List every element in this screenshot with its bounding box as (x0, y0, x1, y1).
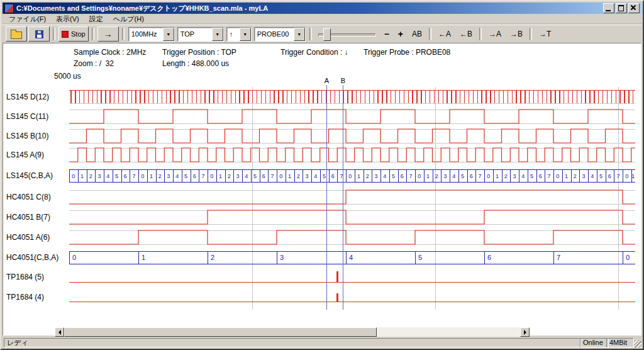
sample-clock-value: 100MHz (129, 28, 163, 41)
maximize-icon (618, 5, 624, 11)
status-message: レディ (4, 338, 581, 347)
length-info: Length : 488.000 us (162, 59, 229, 68)
toolbar-separator (479, 28, 482, 40)
status-bar: レディ Online 4MBit (3, 337, 641, 347)
toolbar-separator (429, 28, 431, 40)
sample-clock-select[interactable]: 100MHz ▼ (128, 27, 175, 42)
stop-label: Stop (71, 30, 86, 38)
trigger-condition-info: Trigger Condition : ↓ (280, 48, 348, 57)
scrollbar-thumb[interactable] (64, 327, 377, 337)
trigger-position-select[interactable]: TOP ▼ (177, 27, 224, 42)
zoom-slider-thumb[interactable] (323, 28, 331, 41)
save-icon (35, 30, 43, 38)
trigger-edge-value: ↑ (227, 28, 240, 41)
window-title: C:¥Documents and Settings¥noname¥デスクトップ¥… (16, 4, 602, 13)
menu-bar: ファイル(F)表示(V)設定ヘルプ(H) (3, 14, 641, 25)
toolbar-separator (53, 28, 55, 40)
toolbar-separator (530, 28, 532, 40)
zoom-in-button[interactable]: + (394, 26, 407, 42)
horizontal-scrollbar[interactable] (55, 327, 530, 337)
run-button[interactable]: → (97, 26, 119, 42)
open-button[interactable] (6, 26, 27, 42)
goto-a-right-button[interactable]: →A (485, 26, 505, 42)
scroll-left-button[interactable] (55, 327, 64, 337)
ab-cursor-button[interactable]: AB (408, 26, 426, 42)
resize-grip[interactable] (634, 340, 641, 347)
save-button[interactable] (28, 26, 50, 42)
zoom-slider[interactable] (317, 27, 377, 41)
chevron-down-icon[interactable]: ▼ (163, 28, 174, 41)
open-folder-icon (11, 31, 22, 39)
scroll-right-button[interactable] (520, 327, 530, 337)
stop-button[interactable]: Stop (58, 26, 89, 42)
stop-icon (62, 31, 69, 38)
close-button[interactable] (628, 3, 640, 13)
waveform-client-area (3, 43, 641, 336)
menu-item[interactable]: ファイル(F) (4, 13, 51, 25)
title-bar[interactable]: C:¥Documents and Settings¥noname¥デスクトップ¥… (3, 3, 641, 14)
trigger-position-value: TOP (178, 28, 212, 41)
goto-b-right-button[interactable]: →B (506, 26, 526, 42)
time-scale-label: 5000 us (54, 72, 81, 81)
goto-trigger-button[interactable]: →T (535, 26, 555, 42)
goto-b-left-button[interactable]: ←B (456, 26, 476, 42)
status-online: Online (580, 338, 609, 347)
app-icon (4, 4, 14, 13)
sample-clock-info: Sample Clock : 2MHz (74, 48, 146, 57)
maximize-button[interactable] (616, 3, 627, 13)
probe-value: PROBE00 (255, 28, 294, 41)
zoom-out-button[interactable]: − (380, 26, 393, 42)
goto-a-left-button[interactable]: ←A (435, 26, 455, 42)
app-window: C:¥Documents and Settings¥noname¥デスクトップ¥… (0, 0, 644, 350)
minimize-button[interactable] (603, 3, 614, 13)
trigger-probe-info: Trigger Probe : PROBE08 (364, 48, 450, 57)
probe-select[interactable]: PROBE00 ▼ (254, 27, 306, 42)
minimize-icon (606, 10, 611, 11)
main-toolbar: Stop → 100MHz ▼ TOP ▼ ↑ ▼ PROBE00 ▼ − + … (3, 25, 641, 43)
menu-item[interactable]: 表示(V) (51, 13, 84, 25)
status-memory: 4MBit (606, 338, 634, 347)
toolbar-separator (309, 28, 312, 40)
menu-item[interactable]: 設定 (84, 13, 108, 25)
chevron-down-icon[interactable]: ▼ (212, 28, 223, 41)
toolbar-separator (92, 28, 94, 40)
menu-item[interactable]: ヘルプ(H) (108, 13, 149, 25)
scroll-left-icon (56, 330, 61, 335)
toolbar-separator (122, 28, 125, 40)
chevron-down-icon[interactable]: ▼ (240, 28, 251, 41)
zoom-info: Zoom : / 32 (74, 59, 114, 68)
chevron-down-icon[interactable]: ▼ (294, 28, 305, 41)
trigger-edge-select[interactable]: ↑ ▼ (226, 27, 252, 42)
trigger-position-info: Trigger Position : TOP (162, 48, 236, 57)
scroll-right-icon (524, 330, 529, 335)
run-arrow-icon: → (104, 29, 113, 39)
